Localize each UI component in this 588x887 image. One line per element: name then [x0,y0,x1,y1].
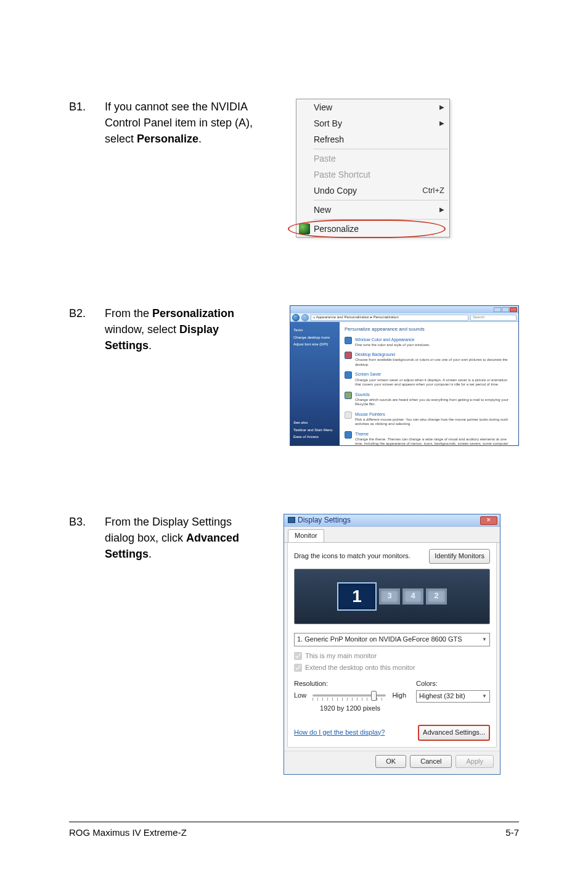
monitor-icon [288,517,295,523]
chevron-down-icon: ▼ [482,693,487,700]
back-button[interactable] [292,314,300,321]
menu-item-undo-copy[interactable]: Undo Copy Ctrl+Z [296,183,449,199]
menu-item-paste-shortcut: Paste Shortcut [296,167,449,183]
sidebar-item-adjust-dpi[interactable]: Adjust font size (DPI) [293,342,337,347]
apply-button: Apply [455,755,494,769]
checkbox-extend-desktop: Extend the desktop onto this monitor [294,663,490,673]
checkbox-main-monitor: This is my main monitor [294,651,490,661]
address-bar: « Appearance and Personalization ▸ Perso… [290,313,518,322]
slider-low-label: Low [294,691,306,701]
slider-high-label: High [392,691,406,701]
minimize-button[interactable] [494,307,501,312]
footer-product-name: ROG Maximus IV Extreme-Z [69,827,187,838]
search-input[interactable]: Search [470,315,517,321]
monitor-3[interactable]: 3 [379,588,400,604]
link-window-color[interactable]: Window Color and Appearance [355,337,430,343]
cancel-button[interactable]: Cancel [410,755,452,769]
menu-item-paste: Paste [296,151,449,167]
monitor-4[interactable]: 4 [402,588,423,604]
monitor-1[interactable]: 1 [337,582,377,611]
chevron-right-icon: ▶ [439,103,444,112]
resolution-slider[interactable] [310,690,388,701]
menu-separator [314,149,448,149]
chevron-right-icon: ▶ [439,205,444,215]
sounds-icon [345,392,352,399]
tab-row: Monitor [284,527,500,543]
step-b3-text: From the Display Settings dialog box, cl… [105,514,259,562]
personalization-heading: Personalize appearance and sounds [345,326,513,333]
link-mouse-pointers[interactable]: Mouse Pointers [355,411,513,418]
resolution-label: Resolution: [294,679,406,689]
theme-icon [345,431,352,439]
display-settings-dialog: Display Settings ✕ Monitor Drag the icon… [284,514,500,775]
colors-label: Colors: [416,679,490,689]
step-b1-label: B1. [69,99,94,237]
sidebar-item-change-icons[interactable]: Change desktop icons [293,335,337,340]
menu-shortcut: Ctrl+Z [422,185,444,197]
slider-thumb[interactable] [371,691,377,701]
monitor-arrangement-area[interactable]: 1 3 4 2 [294,569,490,624]
forward-button[interactable] [301,314,309,321]
step-b1-text: If you cannot see the NVIDIA Control Pan… [105,99,284,147]
menu-separator [314,200,448,200]
window-color-icon [345,337,352,344]
advanced-settings-button[interactable]: Advanced Settings... [418,725,490,741]
maximize-button[interactable] [502,307,509,312]
screen-saver-icon [345,371,352,379]
identify-monitors-button[interactable]: Identify Monitors [429,549,490,564]
sidebar-item-taskbar[interactable]: Taskbar and Start Menu [293,427,337,433]
chevron-right-icon: ▶ [439,119,444,128]
link-theme[interactable]: Theme [355,431,513,437]
close-button[interactable]: ✕ [480,516,497,525]
chevron-down-icon: ▼ [482,636,487,643]
help-link[interactable]: How do I get the best display? [294,728,385,738]
link-desktop-background[interactable]: Desktop Background [355,352,513,358]
dialog-titlebar: Display Settings ✕ [284,514,500,527]
menu-separator [314,219,448,220]
step-b2-label: B2. [69,305,94,446]
personalization-main: Personalize appearance and sounds Window… [340,322,518,445]
footer-page-number: 5-7 [505,827,519,838]
resolution-value: 1920 by 1200 pixels [294,704,406,714]
tab-monitor[interactable]: Monitor [288,529,324,542]
link-sounds[interactable]: Sounds [355,392,513,398]
annotation-circle [288,220,446,238]
close-button[interactable] [510,307,517,312]
sidebar-heading: Tasks [293,328,337,333]
menu-item-new[interactable]: New▶ [296,202,449,218]
sidebar-item-ease-access[interactable]: Ease of Access [293,434,337,440]
window-titlebar [290,306,518,313]
sidebar-heading-see-also: See also [293,420,337,426]
ok-button[interactable]: OK [375,755,406,769]
dialog-footer: OK Cancel Apply [284,751,500,775]
mouse-icon [345,411,352,419]
menu-item-personalize[interactable]: Personalize [296,221,449,237]
link-screen-saver[interactable]: Screen Saver [355,371,513,377]
colors-select[interactable]: Highest (32 bit) ▼ [416,690,490,703]
monitor-select[interactable]: 1. Generic PnP Monitor on NVIDIA GeForce… [294,633,490,646]
monitor-2[interactable]: 2 [426,588,447,604]
menu-item-view[interactable]: View▶ [296,99,449,115]
personalize-icon [299,223,310,234]
page-footer: ROG Maximus IV Extreme-Z 5-7 [69,822,519,838]
personalization-window: « Appearance and Personalization ▸ Perso… [290,305,519,446]
breadcrumb[interactable]: « Appearance and Personalization ▸ Perso… [311,315,468,321]
sidebar: Tasks Change desktop icons Adjust font s… [290,322,340,445]
desktop-context-menu: View▶ Sort By▶ Refresh Paste Paste Short… [296,99,450,237]
menu-item-sort-by[interactable]: Sort By▶ [296,115,449,131]
drag-instruction: Drag the icons to match your monitors. [294,551,410,561]
step-b2-text: From the Personalization window, select … [105,305,265,353]
menu-item-refresh[interactable]: Refresh [296,131,449,147]
desktop-bg-icon [345,352,352,359]
step-b3-label: B3. [69,514,94,775]
